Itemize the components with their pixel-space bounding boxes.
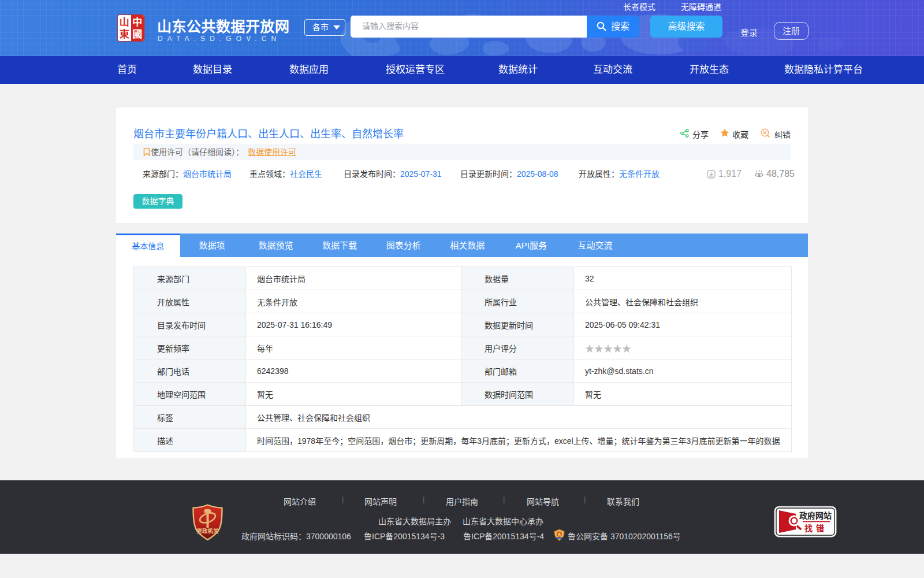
- svg-text:找错: 找错: [804, 524, 828, 533]
- svg-text:政府网站: 政府网站: [799, 511, 832, 520]
- svg-text:党政机关: 党政机关: [196, 528, 219, 534]
